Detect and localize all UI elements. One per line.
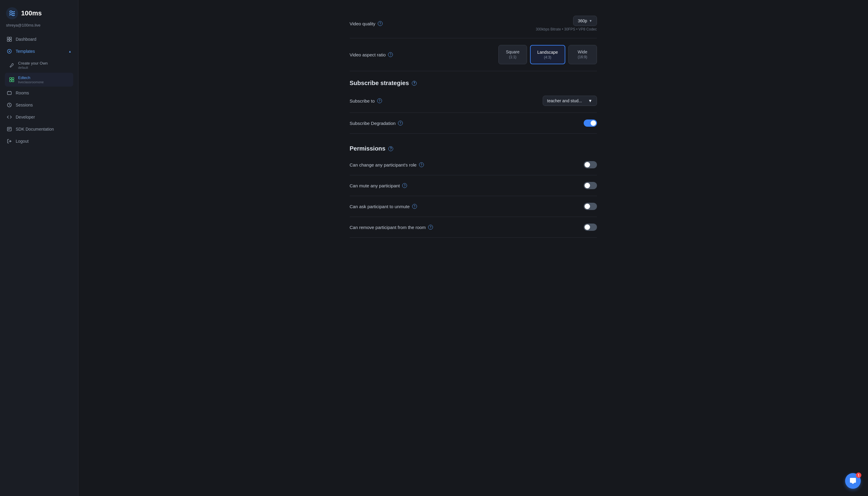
sdk-icon: [6, 126, 12, 132]
perm-unmute-help-icon[interactable]: ?: [412, 204, 417, 209]
video-aspect-ratio-help-icon[interactable]: ?: [388, 52, 393, 57]
sidebar-item-rooms[interactable]: Rooms: [2, 87, 76, 99]
sidebar-item-dashboard[interactable]: Dashboard: [2, 33, 76, 45]
dashboard-label: Dashboard: [16, 37, 71, 42]
subscribe-degradation-help-icon[interactable]: ?: [398, 121, 403, 125]
sdk-docs-label: SDK Documentation: [16, 127, 71, 131]
subscribe-degradation-toggle[interactable]: [584, 120, 597, 127]
svg-rect-11: [7, 92, 12, 95]
aspect-btn-wide[interactable]: Wide (16:9): [568, 45, 597, 64]
aspect-landscape-ratio: (4:3): [537, 55, 558, 59]
sidebar-item-developer[interactable]: Developer: [2, 111, 76, 123]
logout-icon: [6, 139, 12, 144]
aspect-btn-square[interactable]: Square (1:1): [498, 45, 527, 64]
sidebar-item-sdk-docs[interactable]: SDK Documentation: [2, 123, 76, 135]
perm-remove-help-icon[interactable]: ?: [428, 225, 433, 230]
developer-icon: [6, 114, 12, 120]
svg-rect-2: [10, 37, 12, 39]
video-quality-right: 360p ▼ 300kbps Bitrate • 30FPS • VP8 Cod…: [536, 16, 597, 31]
templates-label: Templates: [16, 49, 65, 54]
subscribe-degradation-label: Subscribe Degradation ?: [350, 121, 403, 126]
quality-value: 360p: [578, 18, 587, 23]
permissions-help-icon[interactable]: ?: [388, 146, 393, 151]
sidebar-item-create-own[interactable]: Create your Own default: [5, 58, 73, 72]
main-content: Video quality ? 360p ▼ 300kbps Bitrate •…: [78, 0, 868, 496]
perm-change-role-help-icon[interactable]: ?: [419, 162, 424, 167]
svg-rect-1: [7, 37, 9, 39]
rooms-icon: [6, 90, 12, 96]
subscribe-dropdown-chevron-icon: ▼: [588, 98, 592, 103]
video-aspect-ratio-label: Video aspect ratio ?: [350, 52, 393, 57]
svg-rect-7: [10, 78, 12, 79]
perm-mute-toggle[interactable]: [584, 182, 597, 189]
toggle-knob-unmute: [584, 204, 590, 209]
subscribe-strategies-help-icon[interactable]: ?: [412, 81, 417, 86]
permissions-title: Permissions ?: [350, 137, 597, 154]
video-quality-meta: 300kbps Bitrate • 30FPS • VP8 Codec: [536, 27, 597, 31]
video-quality-label: Video quality ?: [350, 21, 383, 26]
chat-button[interactable]: 1: [845, 473, 861, 489]
svg-rect-4: [10, 40, 12, 41]
perm-unmute-toggle[interactable]: [584, 203, 597, 210]
perm-mute-row: Can mute any participant ?: [350, 175, 597, 196]
sessions-icon: [6, 102, 12, 108]
content-area: Video quality ? 360p ▼ 300kbps Bitrate •…: [338, 0, 609, 247]
logo-container: 100ms: [0, 0, 78, 22]
dashboard-icon: [6, 36, 12, 42]
video-quality-help-icon[interactable]: ?: [378, 21, 383, 26]
svg-point-6: [9, 51, 10, 52]
chat-badge: 1: [856, 472, 862, 478]
video-quality-row: Video quality ? 360p ▼ 300kbps Bitrate •…: [350, 9, 597, 38]
chat-icon: [849, 477, 856, 484]
video-aspect-ratio-row: Video aspect ratio ? Square (1:1) Landsc…: [350, 38, 597, 71]
aspect-landscape-label: Landscape: [537, 50, 558, 55]
perm-change-role-label: Can change any participant's role ?: [350, 162, 424, 168]
subscribe-to-value: teacher and stud...: [547, 98, 582, 103]
user-email: shreya@100ms.live: [0, 22, 78, 33]
perm-remove-row: Can remove participant from the room ?: [350, 217, 597, 238]
sidebar-item-sessions[interactable]: Sessions: [2, 99, 76, 111]
subscribe-to-help-icon[interactable]: ?: [377, 98, 382, 103]
aspect-wide-ratio: (16:9): [575, 55, 590, 59]
create-own-sublabel: default: [18, 66, 48, 69]
aspect-btn-landscape[interactable]: Landscape (4:3): [530, 45, 565, 64]
svg-rect-10: [12, 80, 14, 82]
toggle-knob-mute: [584, 183, 590, 188]
logo-icon: [6, 7, 18, 19]
quality-chevron-icon: ▼: [589, 19, 592, 22]
create-own-label: Create your Own: [18, 61, 48, 65]
perm-mute-label: Can mute any participant ?: [350, 183, 407, 188]
logout-label: Logout: [16, 139, 71, 144]
templates-sub-nav: Create your Own default Edtech livecla: [2, 58, 76, 87]
templates-icon: [6, 49, 12, 54]
subscribe-to-label: Subscribe to ?: [350, 98, 382, 104]
toggle-knob: [591, 120, 596, 126]
logo-text: 100ms: [21, 9, 42, 17]
svg-rect-9: [10, 80, 12, 82]
subscribe-strategies-title: Subscribe strategies ?: [350, 71, 597, 89]
sidebar-item-edtech[interactable]: Edtech liveclassroomone: [5, 73, 73, 87]
sidebar-item-logout[interactable]: Logout: [2, 136, 76, 147]
perm-remove-toggle[interactable]: [584, 223, 597, 231]
svg-rect-3: [7, 40, 9, 41]
main-nav: Dashboard Templates ▲: [0, 33, 78, 147]
sidebar-item-templates[interactable]: Templates ▲: [2, 46, 76, 57]
aspect-ratio-group: Square (1:1) Landscape (4:3) Wide (16:9): [498, 45, 597, 64]
perm-change-role-toggle[interactable]: [584, 161, 597, 168]
sessions-label: Sessions: [16, 103, 71, 107]
svg-rect-8: [12, 78, 14, 79]
perm-mute-help-icon[interactable]: ?: [402, 183, 407, 188]
video-quality-dropdown[interactable]: 360p ▼: [573, 16, 597, 26]
developer-label: Developer: [16, 115, 71, 120]
subscribe-to-row: Subscribe to ? teacher and stud... ▼: [350, 89, 597, 113]
subscribe-to-dropdown[interactable]: teacher and stud... ▼: [543, 96, 597, 106]
wrench-icon: [9, 62, 15, 68]
perm-remove-label: Can remove participant from the room ?: [350, 225, 433, 230]
templates-chevron: ▲: [68, 50, 71, 53]
toggle-knob-change-role: [584, 162, 590, 168]
edtech-sublabel: liveclassroomone: [18, 80, 44, 84]
aspect-wide-label: Wide: [575, 49, 590, 54]
edtech-label: Edtech: [18, 75, 44, 80]
toggle-knob-remove: [584, 224, 590, 230]
sidebar: 100ms shreya@100ms.live Dashboard: [0, 0, 78, 496]
